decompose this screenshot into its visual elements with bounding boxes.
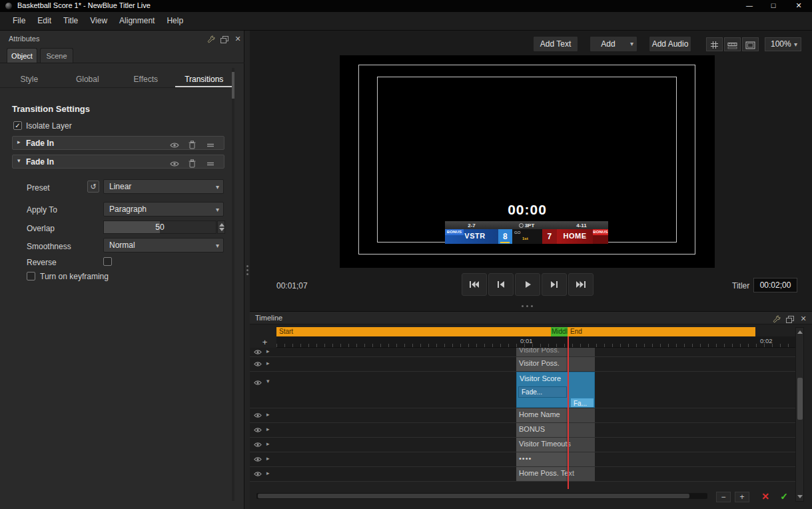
expand-arrow-icon[interactable]: ▸	[266, 411, 270, 418]
overlap-input[interactable]: 50	[103, 221, 216, 234]
menu-alignment[interactable]: Alignment	[113, 12, 161, 30]
eye-icon[interactable]	[254, 471, 262, 477]
fade-in-row-expanded[interactable]: ▾ Fade In	[12, 155, 224, 169]
tab-object[interactable]: Object	[7, 48, 37, 63]
trash-icon[interactable]	[187, 157, 197, 167]
step-up-icon[interactable]	[219, 223, 224, 227]
titlebar[interactable]: Basketball Score 1* - NewBlue Titler Liv…	[0, 0, 812, 12]
subtab-effects[interactable]: Effects	[117, 71, 175, 87]
drag-handle-icon[interactable]	[205, 139, 216, 148]
play-button[interactable]	[515, 273, 540, 296]
menu-title[interactable]: Title	[57, 12, 84, 30]
cancel-button[interactable]: ✕	[758, 490, 773, 503]
timeline-ruler[interactable]: 0:01 0:02	[276, 336, 795, 348]
zoom-out-button[interactable]: −	[716, 492, 731, 502]
timeline-clip[interactable]: ••••	[516, 452, 595, 466]
confirm-button[interactable]: ✓	[777, 490, 791, 503]
step-forward-button[interactable]	[542, 273, 567, 296]
duration-timecode[interactable]: 00:02;00	[753, 278, 797, 292]
step-down-icon[interactable]	[219, 228, 224, 231]
panel-splitter[interactable]	[244, 31, 250, 509]
menu-help[interactable]: Help	[161, 12, 189, 30]
add-text-button[interactable]: Add Text	[533, 36, 578, 52]
transition-clip-fade-in[interactable]: Fade...	[518, 386, 567, 398]
vertical-scrollbar-thumb[interactable]	[797, 378, 803, 420]
zoom-in-button[interactable]: +	[735, 492, 749, 502]
trash-icon[interactable]	[187, 139, 197, 148]
collapse-arrow-icon[interactable]: ▾	[266, 378, 270, 384]
rulers-toggle-icon[interactable]	[724, 37, 741, 51]
drag-handle-icon[interactable]	[205, 157, 216, 167]
eye-icon[interactable]	[254, 427, 262, 433]
scoreboard[interactable]: VSTR BONUS 8 GO 1st 7 HOME BONUS	[445, 229, 608, 244]
grid-toggle-icon[interactable]	[706, 37, 723, 51]
add-shape-button[interactable]: Add Shape ▾	[590, 36, 637, 52]
reset-icon[interactable]: ↺	[87, 181, 99, 193]
eye-icon[interactable]	[169, 139, 180, 148]
close-panel-icon[interactable]: ✕	[798, 314, 809, 323]
zoom-select[interactable]: 100% ▾	[765, 37, 801, 51]
expand-arrow-icon[interactable]: ▸	[266, 470, 270, 476]
eye-icon[interactable]	[254, 456, 262, 462]
timeline-clip[interactable]: Visitor Timeouts	[516, 438, 595, 452]
tab-scene[interactable]: Scene	[40, 48, 73, 63]
timeline-splitter-grip[interactable]	[522, 305, 533, 307]
float-panel-icon[interactable]	[785, 314, 795, 323]
eye-icon[interactable]	[254, 361, 262, 367]
preview-canvas[interactable]: 00:00 2-7 3PT 4-11 VSTR BONUS 8 GO 1st	[340, 55, 715, 268]
safe-area-toggle-icon[interactable]	[742, 37, 759, 51]
timeline-clip[interactable]: Home Poss. Text	[516, 467, 595, 481]
timeline-clip[interactable]: Visitor Poss.	[516, 357, 595, 371]
step-back-button[interactable]	[488, 273, 514, 296]
timeline-horizontal-scrollbar[interactable]	[256, 493, 707, 499]
expand-arrow-icon[interactable]: ▸	[266, 426, 270, 432]
attributes-scrollbar-thumb[interactable]	[232, 72, 234, 99]
subtab-transitions[interactable]: Transitions	[175, 71, 234, 87]
timeline-clip[interactable]: BONUS	[516, 423, 595, 437]
start-marker[interactable]: Start	[279, 328, 293, 335]
eye-icon[interactable]	[254, 349, 262, 355]
go-to-start-button[interactable]	[462, 273, 487, 296]
transition-clip-fade-out[interactable]: Fa...	[570, 398, 594, 408]
timeline-clip[interactable]: Visitor Poss.	[516, 348, 595, 356]
close-button[interactable]: ✕	[787, 0, 811, 12]
expand-arrow-icon[interactable]: ▸	[266, 348, 270, 354]
subtab-style[interactable]: Style	[0, 71, 59, 87]
menu-edit[interactable]: Edit	[31, 12, 57, 30]
reverse-checkbox[interactable]	[103, 257, 112, 266]
apply-to-dropdown[interactable]: Paragraph ▾	[103, 202, 224, 217]
horizontal-scrollbar-thumb[interactable]	[258, 494, 689, 498]
subtab-global[interactable]: Global	[59, 71, 117, 87]
timeline-vertical-scrollbar[interactable]	[795, 327, 804, 502]
keyframing-checkbox[interactable]	[27, 272, 35, 280]
expand-arrow-icon[interactable]: ▸	[17, 139, 21, 145]
wrench-icon[interactable]	[771, 314, 782, 323]
splitter-grip[interactable]	[246, 265, 248, 275]
maximize-button[interactable]: □	[761, 0, 785, 12]
preset-dropdown[interactable]: Linear ▾	[103, 179, 224, 194]
go-to-end-button[interactable]	[568, 273, 594, 296]
timeline-marker-bar[interactable]: Start Middle End	[276, 327, 755, 336]
overlap-stepper[interactable]	[217, 221, 225, 234]
scroll-up-icon[interactable]	[797, 330, 803, 334]
expand-arrow-icon[interactable]: ▸	[266, 455, 270, 462]
menu-view[interactable]: View	[84, 12, 113, 30]
float-panel-icon[interactable]	[219, 34, 230, 43]
expand-arrow-icon[interactable]: ▸	[266, 360, 270, 366]
end-marker[interactable]: End	[570, 328, 582, 335]
isolate-layer-checkbox[interactable]: ✓	[13, 121, 22, 130]
playhead[interactable]	[568, 336, 569, 489]
minimize-button[interactable]: —	[737, 0, 761, 12]
wrench-icon[interactable]	[206, 34, 216, 43]
eye-icon[interactable]	[169, 157, 180, 167]
close-panel-icon[interactable]: ✕	[232, 34, 243, 43]
chevron-down-icon[interactable]: ▾	[630, 37, 633, 51]
fade-in-row-collapsed[interactable]: ▸ Fade In	[12, 136, 224, 150]
collapse-arrow-icon[interactable]: ▾	[17, 157, 21, 164]
eye-icon[interactable]	[254, 380, 262, 386]
timeline-clip-visitor-score[interactable]: Visitor Score Fade... Fa...	[516, 372, 595, 408]
timeline-clip[interactable]: Home Name	[516, 408, 595, 422]
eye-icon[interactable]	[254, 412, 262, 418]
scroll-down-icon[interactable]	[797, 495, 803, 498]
menu-file[interactable]: File	[7, 12, 31, 30]
